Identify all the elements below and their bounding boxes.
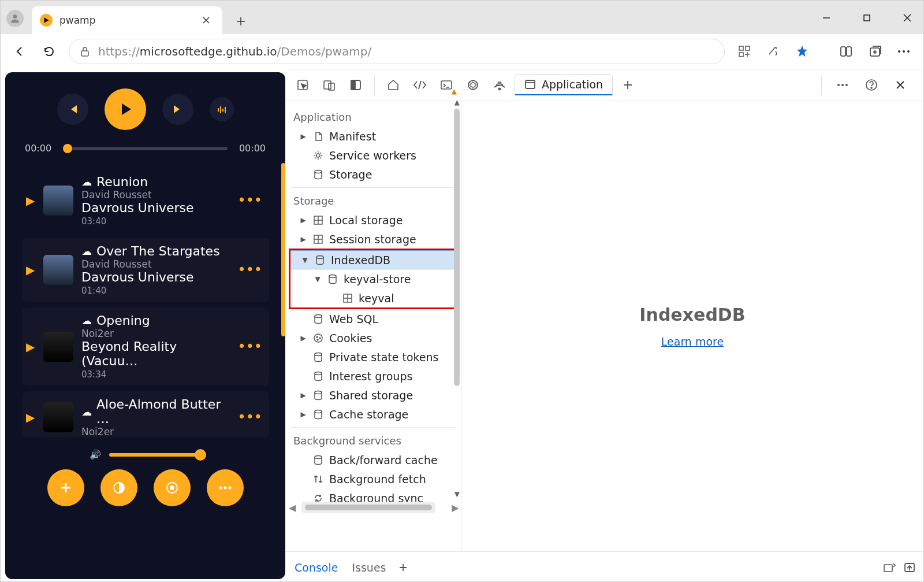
refresh-button[interactable]	[36, 39, 62, 64]
sidebar-item-storage[interactable]: Storage	[285, 165, 461, 184]
svg-point-0	[13, 14, 17, 18]
sidebar-item-bfetch[interactable]: Background fetch	[285, 469, 461, 488]
svg-point-52	[315, 410, 322, 413]
add-button[interactable]	[47, 469, 84, 506]
sidebar-item-local-storage[interactable]: ▶Local storage	[285, 210, 461, 229]
scroll-down-arrow[interactable]: ▼	[454, 490, 460, 498]
welcome-tab-icon[interactable]	[382, 73, 405, 97]
dock-icon[interactable]	[344, 73, 367, 97]
sidebar-item-bfcache[interactable]: Back/forward cache	[285, 450, 461, 469]
back-button[interactable]	[8, 39, 33, 64]
track-duration: 03:34	[81, 369, 234, 380]
track-item[interactable]: ▶ ☁Opening Noi2er Beyond Reality (Vacuu……	[23, 307, 269, 385]
network-tab-icon[interactable]	[488, 73, 511, 97]
sidebar-h-scrollbar[interactable]: ◀▶	[289, 502, 450, 513]
profile-avatar-icon[interactable]	[6, 10, 24, 27]
address-bar: https://microsoftedge.github.io/Demos/pw…	[1, 34, 923, 69]
svg-rect-3	[739, 46, 743, 50]
seek-slider[interactable]	[63, 147, 228, 150]
svg-point-50	[315, 372, 322, 375]
play-icon[interactable]: ▶	[26, 194, 43, 207]
volume-slider[interactable]	[109, 453, 202, 457]
learn-more-link[interactable]: Learn more	[661, 335, 724, 348]
track-more-icon[interactable]: •••	[234, 262, 266, 278]
sidebar-item-session-storage[interactable]: ▶Session storage	[285, 229, 461, 249]
track-album: Beyond Reality (Vacuu…	[81, 339, 234, 368]
svg-point-44	[315, 314, 322, 317]
tab-pwamp[interactable]: pwamp	[32, 6, 222, 34]
scroll-up-arrow[interactable]: ▲	[454, 101, 460, 106]
more-button[interactable]	[207, 469, 244, 506]
play-icon[interactable]: ▶	[26, 263, 43, 277]
drawer-expand-icon[interactable]	[883, 562, 896, 573]
sidebar-item-cache[interactable]: ▶Cache storage	[285, 405, 461, 424]
omnibox[interactable]: https://microsoftedge.github.io/Demos/pw…	[69, 39, 725, 64]
section-background-services: Background services	[285, 428, 461, 450]
sidebar-item-interest[interactable]: Interest groups	[285, 366, 461, 385]
svg-point-33	[841, 84, 844, 86]
track-item[interactable]: ▶ ☁Over The Stargates David Rousset Davr…	[23, 238, 269, 302]
visualizer-button[interactable]	[210, 97, 234, 121]
theme-button[interactable]	[100, 469, 137, 506]
sidebar-item-cookies[interactable]: ▶Cookies	[285, 328, 461, 347]
read-aloud-icon[interactable]	[761, 39, 786, 64]
sidebar-item-indexeddb[interactable]: ▼IndexedDB	[290, 250, 456, 269]
play-icon[interactable]: ▶	[26, 340, 43, 354]
svg-rect-1	[864, 15, 870, 21]
sidebar-item-websql[interactable]: Web SQL	[285, 309, 461, 328]
application-tab[interactable]: Application	[515, 74, 613, 95]
drawer-dock-icon[interactable]	[904, 562, 915, 573]
play-icon[interactable]: ▶	[26, 410, 43, 424]
svg-point-42	[329, 275, 336, 277]
track-item[interactable]: ▶ ☁Reunion David Rousset Davrous Univers…	[23, 169, 269, 232]
devtools-close-icon[interactable]	[889, 73, 912, 97]
collections-icon[interactable]	[862, 39, 888, 64]
play-button[interactable]	[105, 88, 146, 130]
svg-point-32	[837, 84, 840, 86]
devtools-more-icon[interactable]	[831, 73, 854, 97]
svg-point-19	[219, 487, 222, 490]
track-duration: 03:40	[81, 216, 234, 227]
inspect-icon[interactable]	[291, 73, 314, 97]
track-scrollbar[interactable]	[281, 163, 285, 336]
svg-rect-14	[222, 109, 223, 112]
devtools-drawer: Console Issues	[285, 551, 923, 582]
add-tab-icon[interactable]	[616, 73, 639, 97]
album-art	[43, 255, 73, 285]
sidebar-item-manifest[interactable]: ▶Manifest	[285, 127, 461, 146]
prev-track-button[interactable]	[57, 94, 88, 125]
sources-tab-icon[interactable]	[461, 73, 485, 97]
elements-tab-icon[interactable]	[408, 73, 431, 97]
sidebar-item-keyval[interactable]: keyval	[290, 288, 456, 307]
sidebar-item-service-workers[interactable]: Service workers	[285, 146, 461, 165]
tab-close-icon[interactable]	[198, 12, 214, 28]
track-more-icon[interactable]: •••	[234, 339, 266, 355]
drawer-tab-issues[interactable]: Issues	[351, 559, 387, 576]
window-close-button[interactable]	[895, 5, 920, 31]
track-item[interactable]: ▶ ☁Aloe-Almond Butter … Noi2er •••	[23, 391, 269, 438]
sidebar-item-keyval-store[interactable]: ▼keyval-store	[290, 269, 456, 288]
settings-more-icon[interactable]	[891, 39, 916, 64]
device-icon[interactable]	[318, 73, 341, 97]
record-button[interactable]	[154, 469, 191, 506]
sidebar-item-pst[interactable]: Private state tokens	[285, 347, 461, 366]
sidebar-item-shared[interactable]: ▶Shared storage	[285, 385, 461, 405]
split-screen-icon[interactable]	[833, 39, 859, 64]
apps-icon[interactable]	[732, 39, 757, 64]
track-more-icon[interactable]: •••	[234, 409, 266, 425]
favorite-star-icon[interactable]	[789, 39, 815, 64]
sidebar-scrollbar[interactable]	[454, 109, 460, 386]
svg-point-28	[471, 83, 475, 87]
window-minimize-button[interactable]	[814, 5, 839, 31]
drawer-tab-console[interactable]: Console	[293, 559, 339, 576]
window-maximize-button[interactable]	[854, 5, 880, 31]
next-track-button[interactable]	[162, 94, 193, 125]
drawer-add-icon[interactable]	[398, 563, 408, 572]
new-tab-button[interactable]	[228, 9, 254, 34]
tab-title: pwamp	[59, 14, 198, 26]
console-tab-icon[interactable]: ▲	[435, 73, 458, 97]
volume-icon[interactable]: 🔊	[90, 449, 101, 460]
track-more-icon[interactable]: •••	[234, 192, 266, 209]
devtools-help-icon[interactable]	[860, 73, 883, 97]
svg-rect-4	[746, 46, 750, 50]
